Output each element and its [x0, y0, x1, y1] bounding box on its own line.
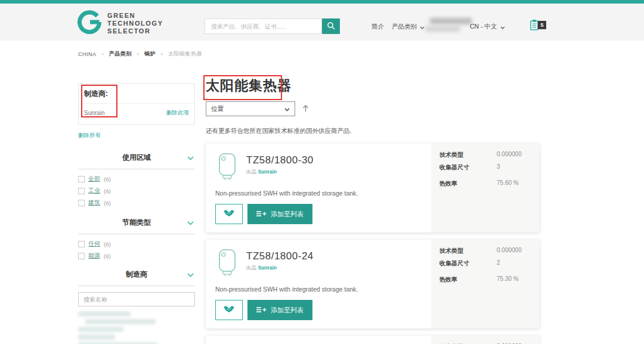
handshake-icon	[222, 209, 236, 219]
spec-value: 2	[497, 259, 500, 268]
clear-all-link[interactable]: 删除所有	[78, 132, 195, 140]
page: GREEN TECHNOLOGY SELECTOR 简介 产品类别	[0, 0, 644, 344]
checkbox[interactable]	[78, 176, 85, 182]
nav-item-language[interactable]: CN - 中文	[470, 23, 505, 31]
my-list-button[interactable]: 5	[530, 19, 545, 32]
product-name[interactable]: TZ58/1800-24	[246, 250, 314, 262]
spec-label: 热效率	[439, 179, 497, 188]
spec-label: 技术类型	[439, 247, 497, 255]
water-heater-icon	[215, 248, 239, 280]
badge-count: 5	[538, 21, 546, 29]
option-count: (6)	[104, 176, 111, 182]
option-count: (6)	[104, 241, 111, 247]
spec-value: 0.000000	[497, 247, 522, 255]
spec-label: 收集器尺寸	[439, 163, 497, 172]
spec-row: 热效率 75.30 %	[439, 275, 531, 284]
results-note: 还有更多符合您所在国家技术标准的国外供应商产品.	[206, 127, 540, 135]
filter-option[interactable]: 任何 (6)	[78, 240, 195, 248]
header: GREEN TECHNOLOGY SELECTOR 简介 产品类别	[0, 4, 644, 41]
spec-row: 热效率 75.60 %	[439, 179, 531, 188]
contact-supplier-button[interactable]	[215, 300, 243, 320]
active-filter-title: 制造商:	[79, 84, 194, 104]
search-input[interactable]	[205, 18, 322, 34]
logo-text: GREEN TECHNOLOGY SELECTOR	[107, 12, 163, 35]
chevron-down-icon	[187, 271, 194, 279]
search-button[interactable]	[322, 18, 340, 34]
user-name-blur[interactable]	[425, 18, 472, 33]
spec-panel: 技术类型 0.000000	[431, 336, 540, 344]
logo[interactable]: GREEN TECHNOLOGY SELECTOR	[78, 10, 163, 36]
option-label: 任何	[88, 240, 100, 248]
spec-row: 收集器尺寸 3	[439, 163, 531, 172]
checkbox[interactable]	[78, 253, 85, 259]
spec-panel: 技术类型 0.000000 收集器尺寸 3 热效率 75.60 %	[431, 144, 540, 233]
filter-option[interactable]: 全部 (6)	[78, 175, 195, 183]
option-label: 能源	[88, 252, 100, 260]
spec-value: 75.30 %	[497, 275, 519, 284]
product-manufacturer-link[interactable]: Sunrain	[258, 265, 277, 271]
spec-row: 收集器尺寸 2	[439, 259, 531, 268]
active-filter-value: Sunrain	[84, 110, 104, 116]
g-logo-icon	[78, 10, 101, 36]
breadcrumb-item[interactable]: 产品类别	[109, 50, 132, 58]
spec-label: 收集器尺寸	[439, 259, 497, 268]
spec-row: 技术类型 0.000000	[439, 151, 531, 159]
blurred-list-item	[78, 334, 115, 340]
filter-option[interactable]: 工业 (6)	[78, 187, 195, 195]
product-card[interactable]: 技术类型 0.000000	[206, 336, 540, 344]
remove-filter-link[interactable]: 删除此项	[166, 109, 189, 117]
spec-label: 技术类型	[439, 151, 497, 159]
option-label: 工业	[88, 187, 100, 195]
checkbox[interactable]	[78, 241, 85, 247]
spec-row: 技术类型 0.000000	[439, 247, 531, 255]
option-label: 建筑	[88, 199, 100, 207]
main-content: 太阳能集热器 位置 还有更多符合您所在国家技术标准的国外供应商产品.	[206, 76, 540, 344]
filter-option[interactable]: 能源 (6)	[78, 252, 195, 260]
filter-section-header[interactable]: 制造商	[78, 269, 195, 286]
filter-section-header[interactable]: 使用区域	[78, 153, 195, 169]
nav-item-categories[interactable]: 产品类别	[392, 23, 425, 31]
filter-sidebar: 制造商: Sunrain 删除此项 删除所有 使用区域 全部 (6)	[78, 83, 195, 344]
spec-value: 75.60 %	[497, 179, 519, 188]
option-count: (6)	[104, 188, 111, 194]
spec-value: 3	[497, 163, 500, 172]
checkbox[interactable]	[78, 188, 85, 194]
checkbox[interactable]	[78, 200, 85, 206]
spec-label: 热效率	[439, 275, 497, 284]
blurred-list-item	[78, 327, 123, 332]
breadcrumb-item-current: 太阳能集热器	[168, 50, 202, 58]
select-chevron-icon	[284, 106, 290, 113]
add-to-list-button[interactable]: 添加至列表	[247, 300, 312, 320]
option-count: (6)	[104, 253, 111, 259]
contact-supplier-button[interactable]	[215, 204, 243, 224]
product-name[interactable]: TZ58/1800-30	[246, 154, 314, 166]
option-label: 全部	[88, 175, 100, 183]
filter-option[interactable]: 建筑 (6)	[78, 199, 195, 207]
product-manufacturer-link[interactable]: Sunrain	[258, 169, 277, 175]
manufacturer-search-input[interactable]	[78, 292, 195, 306]
sort-row: 位置	[206, 101, 540, 116]
spec-panel: 技术类型 0.000000 收集器尺寸 2 热效率 75.30 %	[431, 240, 540, 328]
product-card[interactable]: TZ58/1800-30 出品 Sunrain Non-pressurised …	[206, 144, 540, 233]
nav-item-about[interactable]: 简介	[371, 23, 384, 31]
product-description: Non-pressurised SWH with integrated stor…	[215, 190, 422, 197]
page-title: 太阳能集热器	[206, 76, 540, 94]
sort-select[interactable]: 位置	[206, 101, 295, 116]
product-card[interactable]: TZ58/1800-24 出品 Sunrain Non-pressurised …	[206, 240, 540, 328]
filter-section-manufacturer: 制造商	[78, 269, 195, 344]
product-by-label: 出品	[246, 265, 256, 271]
active-filter-panel: 制造商: Sunrain 删除此项	[78, 83, 195, 125]
sort-direction-button[interactable]	[302, 104, 309, 114]
add-to-list-button[interactable]: 添加至列表	[247, 204, 312, 224]
list-plus-icon	[256, 306, 267, 314]
breadcrumb-item[interactable]: 锅炉	[144, 50, 156, 58]
spec-value: 0.000000	[497, 151, 522, 159]
filter-section-energy-type: 节能类型 任何 (6) 能源 (6)	[78, 218, 195, 260]
chevron-down-icon	[187, 219, 194, 227]
filter-section-header[interactable]: 节能类型	[78, 218, 195, 234]
add-to-list-label: 添加至列表	[271, 306, 304, 315]
search-bar	[205, 18, 340, 34]
breadcrumb-item[interactable]: CHINA	[78, 51, 97, 57]
breadcrumb-separator: >	[137, 51, 140, 57]
breadcrumb-separator: >	[160, 51, 163, 57]
